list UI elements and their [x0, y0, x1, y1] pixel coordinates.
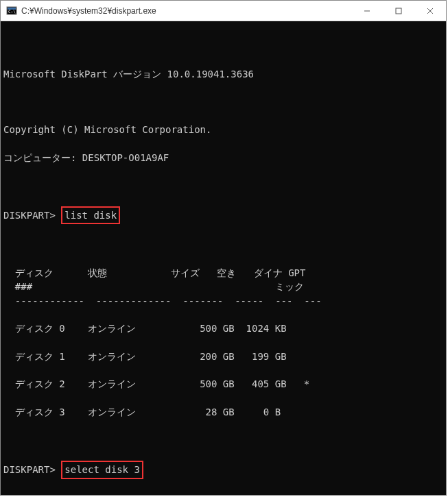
table-row: ディスク 1 オンライン 200 GB 199 GB [3, 350, 443, 363]
close-button[interactable] [414, 1, 446, 21]
table-row: ディスク 2 オンライン 500 GB 405 GB * [3, 377, 443, 391]
maximize-button[interactable] [383, 1, 414, 21]
copyright-line: Copyright (C) Microsoft Corporation. [3, 123, 443, 136]
svg-rect-4 [396, 8, 401, 14]
prompt: DISKPART> [3, 210, 56, 221]
titlebar[interactable]: C:\ C:¥Windows¥system32¥diskpart.exe [1, 1, 446, 21]
table-row: ディスク 3 オンライン 28 GB 0 B [3, 405, 443, 419]
table-row: ディスク 0 オンライン 500 GB 1024 KB [3, 322, 443, 335]
version-line: Microsoft DiskPart バージョン 10.0.19041.3636 [3, 67, 443, 81]
terminal-output[interactable]: Microsoft DiskPart バージョン 10.0.19041.3636… [1, 21, 446, 495]
cmd-list-disk: list disk [61, 206, 120, 224]
prompt: DISKPART> [3, 464, 56, 475]
disk-table-header: ディスク 状態 サイズ 空き ダイナ GPT ### ミック [3, 267, 305, 292]
cmd-select-disk: select disk 3 [61, 461, 143, 478]
svg-text:C:\: C:\ [8, 9, 16, 14]
minimize-button[interactable] [351, 1, 383, 21]
disk-table-divider: ------------ ------------- ------- -----… [3, 294, 443, 308]
window-title: C:¥Windows¥system32¥diskpart.exe [21, 6, 351, 16]
window-controls [351, 1, 446, 21]
computer-line: コンピューター: DESKTOP-O01A9AF [3, 151, 443, 165]
diskpart-window: C:\ C:¥Windows¥system32¥diskpart.exe Mic… [0, 0, 447, 496]
app-icon: C:\ [6, 5, 17, 16]
